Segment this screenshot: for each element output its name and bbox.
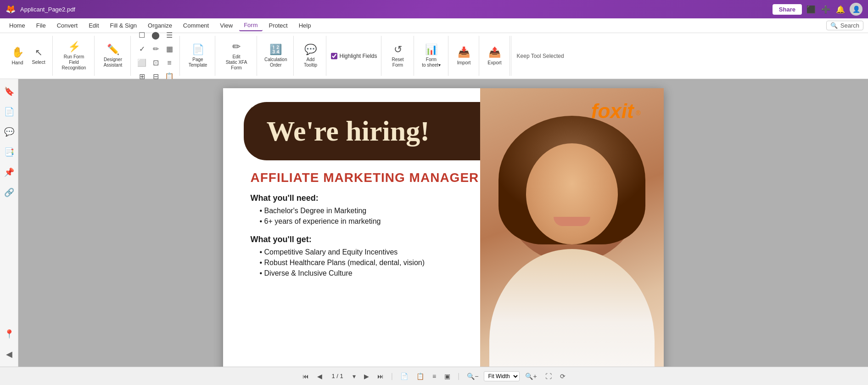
reset-form-button[interactable]: ↺ ResetForm	[386, 42, 410, 70]
keep-tool-label: Keep Tool Selected	[517, 53, 564, 59]
document-area: foxit ® We're hiring! AFFILIA	[18, 79, 868, 367]
foxit-logo: foxit ®	[591, 100, 641, 123]
sidebar-bookmark-icon[interactable]: 🔖	[2, 85, 16, 98]
form-tool-lines-btn[interactable]: ≡	[163, 57, 176, 69]
hand-tool-button[interactable]: ✋ Hand	[7, 45, 28, 68]
ribbon-group-reset-form: ↺ ResetForm	[382, 36, 414, 76]
menu-form[interactable]: Form	[239, 20, 262, 31]
main-area: 🔖 📄 💬 📑 📌 🔗 📍 ◀ foxit ®	[0, 79, 868, 367]
menu-edit[interactable]: Edit	[84, 20, 103, 31]
scroll-button[interactable]: ≡	[430, 371, 439, 381]
notification-icon[interactable]: 🔔	[836, 5, 845, 14]
ribbon-group-static-xfa: ✏ EditStatic XFA Form	[216, 36, 257, 76]
sidebar-attachments-icon[interactable]: 🔗	[2, 186, 16, 199]
select-label: Select	[32, 59, 45, 65]
title-bar-left: 🦊 Applicant_Page2.pdf	[6, 4, 75, 14]
add-tooltip-button[interactable]: 💬 AddTooltip	[298, 42, 322, 70]
run-form-label: Run FormField Recognition	[60, 54, 88, 71]
first-page-button[interactable]: ⏮	[300, 371, 312, 381]
title-bar-right: Share ⬛ ➕ 🔔 👤	[773, 3, 862, 16]
highlight-fields-checkbox[interactable]	[331, 53, 337, 59]
prev-page-button[interactable]: ◀	[314, 371, 325, 381]
bottom-bar: ⏮ ◀ 1 / 1 ▾ ▶ ⏭ | 📄 📋 ≡ ▣ | 🔍− Fit Width…	[0, 367, 868, 385]
share-button[interactable]: Share	[773, 4, 802, 15]
page-dropdown-button[interactable]: ▾	[350, 371, 358, 381]
restore-icon[interactable]: ⬛	[806, 5, 816, 14]
calc-order-label: CalculationOrder	[264, 57, 287, 68]
calc-order-icon: 🔢	[269, 44, 282, 56]
reflow-button[interactable]: ⟳	[557, 371, 568, 381]
fullscreen-button[interactable]: ⛶	[543, 371, 554, 381]
person-photo-area	[480, 88, 664, 367]
menu-comment[interactable]: Comment	[179, 20, 213, 31]
highlight-fields-text: Highlight Fields	[339, 53, 377, 59]
sidebar-pin-icon[interactable]: 📌	[2, 165, 16, 179]
zoom-out-button[interactable]: 🔍−	[464, 371, 481, 381]
menu-home[interactable]: Home	[5, 20, 30, 31]
form-tool-text-btn[interactable]: ✏	[149, 43, 162, 56]
form-tool-combo-btn[interactable]: ⊡	[149, 57, 162, 69]
run-form-field-button[interactable]: ⚡ Run FormField Recognition	[57, 39, 90, 73]
dual-page-button[interactable]: 📋	[414, 371, 427, 381]
page-template-label: PageTemplate	[189, 57, 207, 68]
menu-convert[interactable]: Convert	[52, 20, 83, 31]
last-page-button[interactable]: ⏭	[375, 371, 386, 381]
person-smile	[554, 217, 590, 226]
calculation-order-button[interactable]: 🔢 CalculationOrder	[262, 42, 290, 70]
static-xfa-label: EditStatic XFA Form	[223, 54, 250, 71]
facing-pages-button[interactable]: ▣	[442, 371, 453, 381]
add-tab-icon[interactable]: ➕	[821, 5, 830, 14]
menu-view[interactable]: View	[215, 20, 237, 31]
sidebar-location-icon[interactable]: 📍	[2, 327, 16, 341]
form-tool-check-btn[interactable]: ✓	[135, 43, 148, 56]
form-to-sheet-label: Formto sheet▾	[422, 57, 441, 68]
form-to-sheet-icon: 📊	[425, 44, 437, 56]
form-tool-checkbox-btn[interactable]: ☐	[135, 29, 148, 42]
zoom-in-button[interactable]: 🔍+	[522, 371, 539, 381]
import-button[interactable]: 📥 Import	[453, 45, 475, 68]
page-template-button[interactable]: 📄 PageTemplate	[185, 42, 211, 70]
app-logo-icon: 🦊	[6, 4, 16, 14]
foxit-registered-icon: ®	[636, 109, 640, 117]
next-page-button[interactable]: ▶	[361, 371, 372, 381]
ribbon-toolbar: ✋ Hand ↖ Select ⚡ Run FormField Recognit…	[0, 33, 868, 79]
sidebar-collapse-icon[interactable]: ◀	[4, 347, 14, 361]
separator-1: |	[391, 372, 393, 380]
form-tool-rect-btn[interactable]: ⬜	[135, 57, 148, 69]
form-to-sheet-button[interactable]: 📊 Formto sheet▾	[419, 42, 444, 70]
export-button[interactable]: 📤 Export	[484, 45, 506, 68]
form-tool-grid-btn[interactable]: ▦	[163, 43, 176, 56]
select-icon: ↖	[35, 47, 43, 58]
menu-help[interactable]: Help	[294, 20, 316, 31]
form-tool-listbox-btn[interactable]: ☰	[163, 29, 176, 42]
search-box[interactable]: 🔍 Search	[826, 21, 863, 30]
avatar[interactable]: 👤	[850, 3, 862, 16]
highlight-fields-label[interactable]: Highlight Fields	[331, 53, 377, 59]
designer-label: DesignerAssistant	[104, 57, 123, 68]
keep-tool-section: Keep Tool Selected	[511, 36, 564, 76]
ribbon-group-add-tooltip: 💬 AddTooltip	[295, 36, 326, 76]
designer-assistant-button[interactable]: ✏️ DesignerAssistant	[99, 42, 127, 70]
title-icons: ⬛ ➕ 🔔	[806, 5, 845, 14]
menu-protect[interactable]: Protect	[264, 20, 292, 31]
menu-file[interactable]: File	[32, 20, 50, 31]
sidebar-comments-icon[interactable]: 💬	[2, 125, 16, 139]
edit-static-xfa-button[interactable]: ✏ EditStatic XFA Form	[220, 39, 253, 73]
foxit-logo-text: foxit	[591, 100, 634, 122]
search-label: Search	[840, 22, 859, 29]
run-form-icon: ⚡	[68, 41, 80, 53]
form-tool-radio-btn[interactable]: ⬤	[149, 29, 162, 42]
ribbon-group-run-form: ⚡ Run FormField Recognition	[54, 36, 95, 76]
search-icon: 🔍	[830, 22, 838, 29]
add-tooltip-icon: 💬	[304, 44, 317, 56]
zoom-select[interactable]: Fit Width Fit Page 50% 75% 100% 125% 150…	[484, 371, 520, 381]
page-info: 1 / 1	[328, 373, 347, 379]
sidebar-pages-icon[interactable]: 📄	[2, 105, 16, 119]
title-bar: 🦊 Applicant_Page2.pdf Share ⬛ ➕ 🔔 👤	[0, 0, 868, 18]
person-body	[489, 249, 655, 367]
ribbon-group-form-sheet: 📊 Formto sheet▾	[415, 36, 448, 76]
select-tool-button[interactable]: ↖ Select	[28, 45, 49, 67]
menu-bar-right: 🔍 Search	[826, 21, 863, 30]
sidebar-layers-icon[interactable]: 📑	[2, 145, 16, 159]
single-page-button[interactable]: 📄	[398, 371, 411, 381]
